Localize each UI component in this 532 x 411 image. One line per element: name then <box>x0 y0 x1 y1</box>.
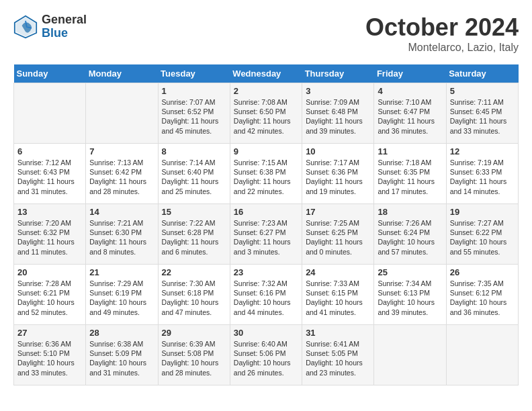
week-row-2: 6Sunrise: 7:12 AM Sunset: 6:43 PM Daylig… <box>14 144 519 204</box>
day-number: 3 <box>306 86 370 96</box>
day-cell <box>14 83 86 144</box>
day-info: Sunrise: 6:38 AM Sunset: 5:09 PM Dayligh… <box>89 340 146 377</box>
day-info: Sunrise: 7:30 AM Sunset: 6:18 PM Dayligh… <box>162 279 219 316</box>
day-info: Sunrise: 7:29 AM Sunset: 6:19 PM Dayligh… <box>89 279 146 316</box>
day-number: 1 <box>162 86 226 96</box>
location-subtitle: Montelarco, Lazio, Italy <box>365 42 519 54</box>
day-cell: 2Sunrise: 7:08 AM Sunset: 6:50 PM Daylig… <box>230 83 302 144</box>
day-number: 2 <box>234 86 298 96</box>
day-info: Sunrise: 7:12 AM Sunset: 6:43 PM Dayligh… <box>17 158 75 195</box>
day-cell: 24Sunrise: 7:33 AM Sunset: 6:15 PM Dayli… <box>302 265 374 325</box>
day-cell: 3Sunrise: 7:09 AM Sunset: 6:48 PM Daylig… <box>302 83 374 144</box>
day-number: 20 <box>17 267 82 277</box>
column-header-wednesday: Wednesday <box>230 64 302 83</box>
day-cell: 17Sunrise: 7:25 AM Sunset: 6:25 PM Dayli… <box>302 204 374 265</box>
calendar-table: SundayMondayTuesdayWednesdayThursdayFrid… <box>13 64 519 385</box>
day-number: 27 <box>17 328 82 338</box>
page-header: General Blue October 2024 Montelarco, La… <box>13 13 519 54</box>
day-cell: 8Sunrise: 7:14 AM Sunset: 6:40 PM Daylig… <box>158 144 230 204</box>
day-info: Sunrise: 7:23 AM Sunset: 6:27 PM Dayligh… <box>234 219 291 256</box>
day-number: 15 <box>162 207 226 217</box>
day-cell: 31Sunrise: 6:41 AM Sunset: 5:05 PM Dayli… <box>302 325 374 385</box>
day-cell: 4Sunrise: 7:10 AM Sunset: 6:47 PM Daylig… <box>374 83 446 144</box>
day-cell: 15Sunrise: 7:22 AM Sunset: 6:28 PM Dayli… <box>158 204 230 265</box>
day-number: 31 <box>306 328 370 338</box>
day-number: 21 <box>89 267 154 277</box>
day-cell: 12Sunrise: 7:19 AM Sunset: 6:33 PM Dayli… <box>446 144 518 204</box>
day-cell: 16Sunrise: 7:23 AM Sunset: 6:27 PM Dayli… <box>230 204 302 265</box>
day-info: Sunrise: 7:11 AM Sunset: 6:45 PM Dayligh… <box>450 98 507 135</box>
week-row-3: 13Sunrise: 7:20 AM Sunset: 6:32 PM Dayli… <box>14 204 519 265</box>
day-cell: 13Sunrise: 7:20 AM Sunset: 6:32 PM Dayli… <box>14 204 86 265</box>
day-info: Sunrise: 7:13 AM Sunset: 6:42 PM Dayligh… <box>89 158 146 195</box>
day-number: 8 <box>162 146 226 156</box>
day-number: 17 <box>306 207 370 217</box>
day-cell: 23Sunrise: 7:32 AM Sunset: 6:16 PM Dayli… <box>230 265 302 325</box>
column-header-friday: Friday <box>374 64 446 83</box>
day-number: 25 <box>378 267 442 277</box>
day-info: Sunrise: 7:28 AM Sunset: 6:21 PM Dayligh… <box>17 279 75 316</box>
day-number: 6 <box>17 146 82 156</box>
day-cell: 28Sunrise: 6:38 AM Sunset: 5:09 PM Dayli… <box>86 325 158 385</box>
day-cell: 21Sunrise: 7:29 AM Sunset: 6:19 PM Dayli… <box>86 265 158 325</box>
day-cell: 7Sunrise: 7:13 AM Sunset: 6:42 PM Daylig… <box>86 144 158 204</box>
day-info: Sunrise: 7:35 AM Sunset: 6:12 PM Dayligh… <box>450 279 507 316</box>
day-info: Sunrise: 6:39 AM Sunset: 5:08 PM Dayligh… <box>162 340 219 377</box>
logo-general: General <box>42 13 87 27</box>
day-info: Sunrise: 6:36 AM Sunset: 5:10 PM Dayligh… <box>17 340 75 377</box>
column-header-saturday: Saturday <box>446 64 518 83</box>
day-info: Sunrise: 7:20 AM Sunset: 6:32 PM Dayligh… <box>17 219 75 256</box>
week-row-1: 1Sunrise: 7:07 AM Sunset: 6:52 PM Daylig… <box>14 83 519 144</box>
day-info: Sunrise: 7:07 AM Sunset: 6:52 PM Dayligh… <box>162 98 219 135</box>
day-number: 12 <box>450 146 515 156</box>
day-cell: 1Sunrise: 7:07 AM Sunset: 6:52 PM Daylig… <box>158 83 230 144</box>
day-cell: 22Sunrise: 7:30 AM Sunset: 6:18 PM Dayli… <box>158 265 230 325</box>
day-cell: 11Sunrise: 7:18 AM Sunset: 6:35 PM Dayli… <box>374 144 446 204</box>
day-cell: 5Sunrise: 7:11 AM Sunset: 6:45 PM Daylig… <box>446 83 518 144</box>
day-number: 13 <box>17 207 82 217</box>
day-info: Sunrise: 7:25 AM Sunset: 6:25 PM Dayligh… <box>306 219 363 256</box>
day-info: Sunrise: 7:22 AM Sunset: 6:28 PM Dayligh… <box>162 219 219 256</box>
day-info: Sunrise: 7:18 AM Sunset: 6:35 PM Dayligh… <box>378 158 435 195</box>
day-number: 26 <box>450 267 515 277</box>
day-cell: 19Sunrise: 7:27 AM Sunset: 6:22 PM Dayli… <box>446 204 518 265</box>
column-header-monday: Monday <box>86 64 158 83</box>
day-number: 24 <box>306 267 370 277</box>
column-header-thursday: Thursday <box>302 64 374 83</box>
day-cell: 26Sunrise: 7:35 AM Sunset: 6:12 PM Dayli… <box>446 265 518 325</box>
day-number: 11 <box>378 146 442 156</box>
month-title: October 2024 <box>365 13 519 42</box>
day-number: 30 <box>234 328 298 338</box>
day-info: Sunrise: 7:27 AM Sunset: 6:22 PM Dayligh… <box>450 219 507 256</box>
day-number: 14 <box>89 207 154 217</box>
day-info: Sunrise: 7:26 AM Sunset: 6:24 PM Dayligh… <box>378 219 435 256</box>
logo-blue: Blue <box>42 27 87 40</box>
day-cell: 6Sunrise: 7:12 AM Sunset: 6:43 PM Daylig… <box>14 144 86 204</box>
day-number: 18 <box>378 207 442 217</box>
day-cell: 20Sunrise: 7:28 AM Sunset: 6:21 PM Dayli… <box>14 265 86 325</box>
day-cell <box>374 325 446 385</box>
day-info: Sunrise: 6:40 AM Sunset: 5:06 PM Dayligh… <box>234 340 291 377</box>
day-info: Sunrise: 7:15 AM Sunset: 6:38 PM Dayligh… <box>234 158 291 195</box>
logo-text: General Blue <box>42 13 87 40</box>
column-header-sunday: Sunday <box>14 64 86 83</box>
day-number: 7 <box>89 146 154 156</box>
day-info: Sunrise: 7:14 AM Sunset: 6:40 PM Dayligh… <box>162 158 219 195</box>
day-number: 4 <box>378 86 442 96</box>
day-number: 16 <box>234 207 298 217</box>
day-number: 22 <box>162 267 226 277</box>
day-info: Sunrise: 7:10 AM Sunset: 6:47 PM Dayligh… <box>378 98 435 135</box>
day-number: 28 <box>89 328 154 338</box>
day-cell <box>446 325 518 385</box>
day-cell: 29Sunrise: 6:39 AM Sunset: 5:08 PM Dayli… <box>158 325 230 385</box>
day-number: 19 <box>450 207 515 217</box>
day-cell: 25Sunrise: 7:34 AM Sunset: 6:13 PM Dayli… <box>374 265 446 325</box>
day-number: 9 <box>234 146 298 156</box>
day-info: Sunrise: 7:33 AM Sunset: 6:15 PM Dayligh… <box>306 279 363 316</box>
title-block: October 2024 Montelarco, Lazio, Italy <box>365 13 519 54</box>
week-row-5: 27Sunrise: 6:36 AM Sunset: 5:10 PM Dayli… <box>14 325 519 385</box>
day-info: Sunrise: 6:41 AM Sunset: 5:05 PM Dayligh… <box>306 340 363 377</box>
header-row: SundayMondayTuesdayWednesdayThursdayFrid… <box>14 64 519 83</box>
day-cell: 9Sunrise: 7:15 AM Sunset: 6:38 PM Daylig… <box>230 144 302 204</box>
logo-icon <box>13 15 38 39</box>
